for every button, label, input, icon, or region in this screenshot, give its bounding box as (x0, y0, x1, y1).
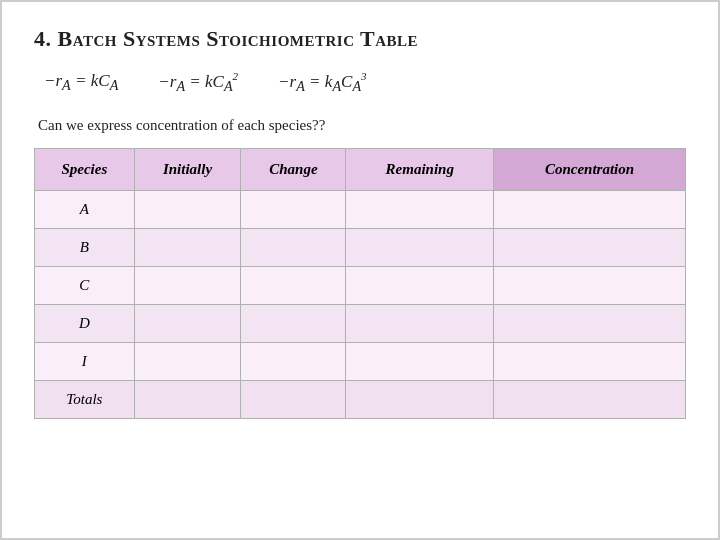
initially-totals (134, 381, 241, 419)
species-d: D (35, 305, 135, 343)
col-header-initially: Initially (134, 149, 241, 191)
species-c: C (35, 267, 135, 305)
formula-2: −rA = kCA2 (158, 70, 238, 95)
initially-a (134, 191, 241, 229)
table-header-row: Species Initially Change Remaining Conce… (35, 149, 686, 191)
table-row: B (35, 229, 686, 267)
change-i (241, 343, 346, 381)
change-totals (241, 381, 346, 419)
initially-d (134, 305, 241, 343)
initially-c (134, 267, 241, 305)
concentration-c (494, 267, 686, 305)
col-header-change: Change (241, 149, 346, 191)
formula-1: −rA = kCA (44, 71, 118, 94)
change-d (241, 305, 346, 343)
change-b (241, 229, 346, 267)
col-header-remaining: Remaining (346, 149, 494, 191)
remaining-totals (346, 381, 494, 419)
concentration-b (494, 229, 686, 267)
remaining-b (346, 229, 494, 267)
initially-b (134, 229, 241, 267)
col-header-species: Species (35, 149, 135, 191)
table-row: D (35, 305, 686, 343)
formula-3: −rA = kACA3 (278, 70, 366, 95)
table-row: C (35, 267, 686, 305)
remaining-c (346, 267, 494, 305)
change-c (241, 267, 346, 305)
concentration-a (494, 191, 686, 229)
species-a: A (35, 191, 135, 229)
remaining-a (346, 191, 494, 229)
col-header-concentration: Concentration (494, 149, 686, 191)
initially-i (134, 343, 241, 381)
concentration-i (494, 343, 686, 381)
question-text: Can we express concentration of each spe… (38, 117, 686, 134)
table-row: I (35, 343, 686, 381)
table-row-totals: Totals (35, 381, 686, 419)
species-totals: Totals (35, 381, 135, 419)
species-i: I (35, 343, 135, 381)
concentration-d (494, 305, 686, 343)
remaining-d (346, 305, 494, 343)
formulas-section: −rA = kCA −rA = kCA2 −rA = kACA3 (44, 70, 686, 95)
table-row: A (35, 191, 686, 229)
concentration-totals (494, 381, 686, 419)
slide: 4. Batch Systems Stoichiometric Table −r… (0, 0, 720, 540)
species-b: B (35, 229, 135, 267)
change-a (241, 191, 346, 229)
remaining-i (346, 343, 494, 381)
stoichiometric-table: Species Initially Change Remaining Conce… (34, 148, 686, 419)
page-title: 4. Batch Systems Stoichiometric Table (34, 26, 686, 52)
